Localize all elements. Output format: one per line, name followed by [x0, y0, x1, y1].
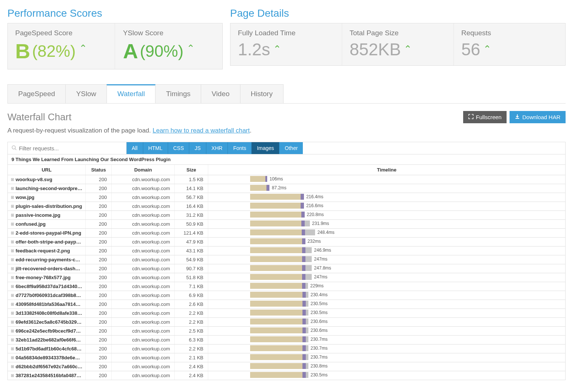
- table-row[interactable]: ⊞plugin-sales-distribution.png200cdn.woo…: [7, 202, 566, 210]
- bar-extra: [305, 265, 312, 271]
- filter-btn-other[interactable]: Other: [279, 142, 303, 154]
- cell-timeline: 231.9ms: [208, 220, 565, 228]
- expand-icon[interactable]: ⊞: [11, 239, 14, 244]
- cell-url: ⊞wow.jpg: [8, 193, 86, 202]
- expand-icon[interactable]: ⊞: [11, 320, 14, 324]
- tab-timings[interactable]: Timings: [155, 84, 201, 103]
- table-row[interactable]: ⊞feedback-request-2.png200cdn.woorkup.co…: [7, 246, 566, 255]
- table-row[interactable]: ⊞32eb11ad22be682af0e66f69ced2…200cdn.woo…: [7, 335, 566, 344]
- learn-waterfall-link[interactable]: Learn how to read a waterfall chart: [153, 127, 250, 134]
- expand-icon[interactable]: ⊞: [11, 284, 14, 289]
- bar-duration-label: 230.6ms: [311, 319, 328, 324]
- expand-icon[interactable]: ⊞: [11, 186, 14, 191]
- cell-status: 200: [86, 291, 112, 300]
- cell-domain: cdn.woorkup.com: [112, 211, 175, 219]
- table-row[interactable]: ⊞jilt-recovered-orders-dashboard.…200cdn…: [7, 264, 566, 273]
- col-header-status[interactable]: Status: [86, 165, 112, 175]
- cell-timeline: 247ms: [208, 255, 565, 264]
- tab-video[interactable]: Video: [201, 84, 240, 103]
- filter-requests-input[interactable]: [19, 145, 122, 151]
- bar-waiting: [250, 238, 302, 244]
- tab-yslow[interactable]: YSlow: [65, 84, 107, 103]
- cell-domain: cdn.woorkup.com: [112, 229, 175, 237]
- chart-description: A request-by-request visualization of th…: [7, 127, 566, 134]
- filter-btn-xhr[interactable]: XHR: [206, 142, 228, 154]
- bar-receiving: [302, 247, 305, 253]
- col-header-url[interactable]: URL: [8, 165, 86, 175]
- table-row[interactable]: ⊞5d1b97bd6adf1b60c4cfc68d5ba4…200cdn.woo…: [7, 344, 566, 353]
- tab-history[interactable]: History: [240, 84, 284, 103]
- expand-icon[interactable]: ⊞: [11, 177, 14, 182]
- filter-btn-js[interactable]: JS: [189, 142, 206, 154]
- bar-duration-label: 230.5ms: [311, 372, 328, 378]
- tab-waterfall[interactable]: Waterfall: [107, 84, 155, 103]
- bar-extra: [306, 372, 308, 378]
- bar-receiving: [301, 220, 305, 226]
- expand-icon[interactable]: ⊞: [11, 231, 14, 235]
- filter-btn-all[interactable]: All: [127, 142, 143, 154]
- table-row[interactable]: ⊞2-edd-stores-paypal-IPN.png200cdn.woork…: [7, 228, 566, 237]
- table-row[interactable]: ⊞387281e243584516bfa0487d16c9…200cdn.woo…: [7, 371, 566, 380]
- table-row[interactable]: ⊞d62bbb2df6567e92c7a660c5a357…200cdn.woo…: [7, 362, 566, 371]
- table-row[interactable]: ⊞69efd3612ec5a8c6745b3298ab25…200cdn.woo…: [7, 317, 566, 326]
- filter-btn-images[interactable]: Images: [252, 142, 279, 154]
- filter-btn-fonts[interactable]: Fonts: [228, 142, 252, 154]
- expand-icon[interactable]: ⊞: [11, 302, 14, 307]
- bar-extra: [305, 283, 308, 289]
- table-row[interactable]: ⊞3d13382f408c08f0d8afe338b5357…200cdn.wo…: [7, 308, 566, 317]
- expand-icon[interactable]: ⊞: [11, 311, 14, 316]
- download-icon: [515, 114, 520, 120]
- table-row[interactable]: ⊞offer-both-stripe-and-paypal.png200cdn.…: [7, 237, 566, 246]
- bar-receiving: [302, 292, 306, 298]
- yslow-grade: A: [123, 41, 138, 62]
- expand-icon[interactable]: ⊞: [11, 275, 14, 280]
- table-row[interactable]: ⊞430958fd481bfa536aa78146870a…200cdn.woo…: [7, 300, 566, 308]
- table-row[interactable]: ⊞edd-recurring-payments-changel…200cdn.w…: [7, 255, 566, 264]
- expand-icon[interactable]: ⊞: [11, 329, 14, 333]
- filter-btn-html[interactable]: HTML: [143, 142, 168, 154]
- fully-loaded-card[interactable]: Fully Loaded Time 1.2s ⌃: [230, 23, 342, 65]
- table-row[interactable]: ⊞696ce242e5ecfb9bcecf9d7ec1d1…200cdn.woo…: [7, 326, 566, 335]
- expand-icon[interactable]: ⊞: [11, 346, 14, 351]
- pagespeed-score-card[interactable]: PageSpeed Score B (82%) ⌃: [8, 23, 115, 69]
- cell-timeline: 230.7ms: [208, 344, 565, 353]
- table-row[interactable]: ⊞launching-second-wordpress-plu…200cdn.w…: [7, 184, 566, 193]
- expand-icon[interactable]: ⊞: [11, 266, 14, 271]
- filter-btn-css[interactable]: CSS: [168, 142, 190, 154]
- cell-size: 1.5 KB: [175, 175, 208, 184]
- cell-timeline: 229ms: [208, 282, 565, 291]
- page-size-card[interactable]: Total Page Size 852KB ⌃: [342, 23, 454, 65]
- table-row[interactable]: ⊞woorkup-v8.svg200cdn.woorkup.com1.5 KB1…: [7, 175, 566, 184]
- expand-icon[interactable]: ⊞: [11, 195, 14, 200]
- expand-icon[interactable]: ⊞: [11, 337, 14, 342]
- table-row[interactable]: ⊞6bec8f9a958d37da71d4340c00f5…200cdn.woo…: [7, 282, 566, 291]
- expand-icon[interactable]: ⊞: [11, 364, 14, 369]
- page-details-section: Page Details Fully Loaded Time 1.2s ⌃ To…: [230, 7, 566, 69]
- url-text: 5d1b97bd6adf1b60c4cfc68d5ba4…: [16, 346, 82, 352]
- download-har-button[interactable]: Download HAR: [510, 111, 566, 123]
- expand-icon[interactable]: ⊞: [11, 373, 14, 378]
- cell-status: 200: [86, 318, 112, 326]
- table-row[interactable]: ⊞passive-income.jpg200cdn.woorkup.com31.…: [7, 210, 566, 219]
- yslow-score-card[interactable]: YSlow Score A (90%) ⌃: [116, 23, 223, 69]
- expand-icon[interactable]: ⊞: [11, 222, 14, 226]
- col-header-timeline[interactable]: Timeline: [208, 165, 565, 175]
- requests-card[interactable]: Requests 56 ⌃: [454, 23, 565, 65]
- url-text: confused.jpg: [16, 221, 46, 227]
- expand-icon[interactable]: ⊞: [11, 213, 14, 218]
- col-header-domain[interactable]: Domain: [112, 165, 175, 175]
- table-row[interactable]: ⊞d7727b0f060931dcaf398b84faa5e…200cdn.wo…: [7, 291, 566, 300]
- expand-icon[interactable]: ⊞: [11, 204, 14, 209]
- bar-extra: [306, 301, 308, 307]
- table-row[interactable]: ⊞04a56834de89343378de6edd1621…200cdn.woo…: [7, 353, 566, 362]
- expand-icon[interactable]: ⊞: [11, 355, 14, 360]
- col-header-size[interactable]: Size: [175, 165, 208, 175]
- expand-icon[interactable]: ⊞: [11, 257, 14, 262]
- tab-pagespeed[interactable]: PageSpeed: [7, 84, 66, 103]
- table-row[interactable]: ⊞wow.jpg200cdn.woorkup.com56.7 KB216.4ms: [7, 193, 566, 202]
- table-row[interactable]: ⊞confused.jpg200cdn.woorkup.com50.9 KB23…: [7, 219, 566, 228]
- expand-icon[interactable]: ⊞: [11, 248, 14, 253]
- expand-icon[interactable]: ⊞: [11, 293, 14, 298]
- fullscreen-button[interactable]: Fullscreen: [463, 111, 507, 123]
- table-row[interactable]: ⊞free-money-768x577.jpg200cdn.woorkup.co…: [7, 273, 566, 282]
